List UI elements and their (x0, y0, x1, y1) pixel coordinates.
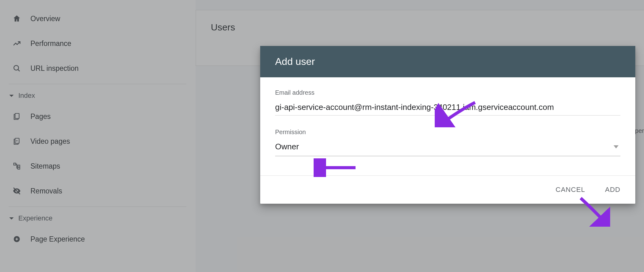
cancel-button[interactable]: CANCEL (553, 184, 587, 195)
permission-field-group: Permission Owner (275, 129, 620, 156)
email-label: Email address (275, 89, 620, 96)
email-field-group: Email address (275, 89, 620, 116)
add-button[interactable]: ADD (603, 184, 623, 195)
permission-label: Permission (275, 129, 620, 136)
dropdown-caret-icon (614, 145, 619, 148)
add-user-dialog: Add user Email address Permission Owner … (260, 46, 635, 204)
dialog-body: Email address Permission Owner (260, 77, 635, 175)
dialog-actions: CANCEL ADD (260, 175, 635, 204)
permission-select[interactable]: Owner (275, 141, 620, 156)
dialog-title: Add user (275, 56, 620, 67)
permission-value: Owner (275, 142, 614, 152)
dialog-header: Add user (260, 46, 635, 77)
email-input[interactable] (275, 101, 620, 116)
